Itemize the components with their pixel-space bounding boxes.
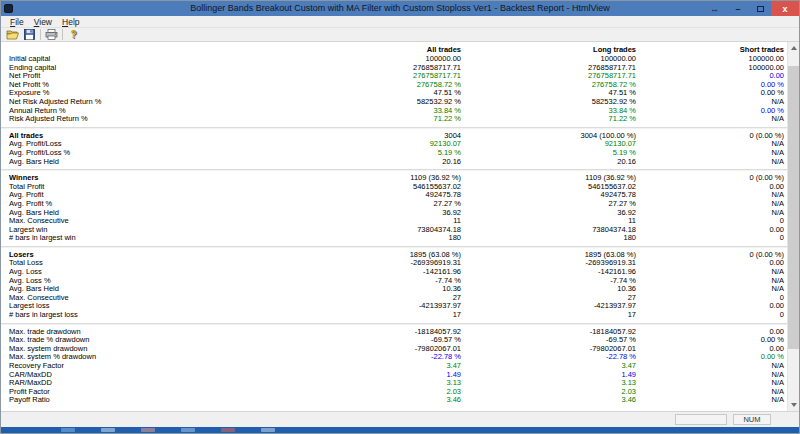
cell-all-trades: 3.46 xyxy=(337,396,461,405)
section-divider xyxy=(1,323,787,325)
cell-long-trades: 1.49 xyxy=(461,371,636,380)
column-header-row: All trades Long trades Short trades xyxy=(1,44,787,55)
scrollbar-thumb[interactable] xyxy=(788,66,799,349)
cell-long-trades: 10.36 xyxy=(461,285,636,294)
row-label: Max. system % drawdown xyxy=(1,353,337,362)
cell-short-trades: 0.00 % xyxy=(636,353,784,362)
cell-short-trades: N/A xyxy=(636,388,784,397)
cell-long-trades: 180 xyxy=(461,234,636,243)
row-label: Net Risk Adjusted Return % xyxy=(1,98,337,107)
row-label: Net Profit % xyxy=(1,81,337,90)
row-label: Avg. Profit/Loss xyxy=(1,140,337,149)
cell-long-trades: 3.46 xyxy=(461,396,636,405)
vertical-scrollbar[interactable] xyxy=(787,42,799,411)
report-row: Avg. Profit %27.27 %27.27 %N/A xyxy=(1,200,787,209)
menu-item-help[interactable]: Help xyxy=(57,16,84,28)
cell-all-trades: -22.78 % xyxy=(337,353,461,362)
column-header-empty xyxy=(1,44,337,55)
cell-short-trades: N/A xyxy=(636,200,784,209)
row-label: Avg. Profit/Loss % xyxy=(1,149,337,158)
title-bar: Bollinger Bands Breakout Custom with MA … xyxy=(1,1,799,16)
row-label: Ending capital xyxy=(1,64,337,73)
cell-all-trades: 3.47 xyxy=(337,362,461,371)
report-row: Net Profit %276758.72 %276758.72 %0.00 % xyxy=(1,81,787,90)
cell-short-trades: N/A xyxy=(636,362,784,371)
cell-all-trades: 36.92 xyxy=(337,209,461,218)
menu-item-file[interactable]: File xyxy=(5,16,29,28)
row-label: RAR/MaxDD xyxy=(1,379,337,388)
cell-short-trades: N/A xyxy=(636,379,784,388)
scroll-up-button[interactable] xyxy=(788,42,799,54)
cell-short-trades: 0.00 xyxy=(636,183,784,192)
cell-all-trades: 1.49 xyxy=(337,371,461,380)
os-taskbar-sliver[interactable] xyxy=(1,427,799,433)
help-button[interactable]: ? xyxy=(65,28,82,41)
row-label: Largest win xyxy=(1,226,337,235)
row-label: Initial capital xyxy=(1,55,337,64)
taskbar-icon xyxy=(141,428,155,432)
cell-short-trades: N/A xyxy=(636,371,784,380)
print-button[interactable] xyxy=(43,28,60,41)
cell-short-trades: 0 (0.00 %) xyxy=(636,174,784,183)
report-row: Avg. Bars Held36.9236.92N/A xyxy=(1,209,787,218)
help-question-icon: ? xyxy=(70,30,76,40)
cell-short-trades: 0 xyxy=(636,294,784,303)
resize-arrows-icon[interactable]: ↔ xyxy=(701,1,727,16)
row-label: Largest loss xyxy=(1,302,337,311)
row-label: # bars in largest loss xyxy=(1,311,337,320)
cell-short-trades: N/A xyxy=(636,158,784,167)
row-label: Avg. Profit xyxy=(1,191,337,200)
cell-short-trades: 0 xyxy=(636,311,784,320)
report-row: Max. Consecutive27270 xyxy=(1,294,787,303)
section-title: All trades xyxy=(1,132,337,141)
cell-short-trades: 0.00 xyxy=(636,226,784,235)
row-label: Avg. Bars Held xyxy=(1,209,337,218)
cell-short-trades: N/A xyxy=(636,140,784,149)
cell-short-trades: N/A xyxy=(636,277,784,286)
report-row: Losers1895 (63.08 %)1895 (63.08 %)0 (0.0… xyxy=(1,251,787,260)
report-row: Profit Factor2.032.03N/A xyxy=(1,388,787,397)
report-row: Ending capital276858717.71276858717.7110… xyxy=(1,64,787,73)
row-label: Payoff Ratio xyxy=(1,396,337,405)
cell-all-trades: -4213937.97 xyxy=(337,302,461,311)
status-pane-empty xyxy=(675,414,727,425)
report-row: Recovery Factor3.473.47N/A xyxy=(1,362,787,371)
taskbar-icon xyxy=(101,428,115,432)
row-label: Max. trade % drawdown xyxy=(1,336,337,345)
scrollbar-track[interactable] xyxy=(788,54,799,399)
window-title: Bollinger Bands Breakout Custom with MA … xyxy=(1,1,799,16)
row-label: CAR/MaxDD xyxy=(1,371,337,380)
close-button[interactable]: x xyxy=(771,1,799,16)
cell-long-trades: -4213937.97 xyxy=(461,302,636,311)
open-button[interactable] xyxy=(4,28,21,41)
row-label: Max. system drawdown xyxy=(1,345,337,354)
toolbar: ? xyxy=(1,28,799,42)
scroll-down-button[interactable] xyxy=(788,399,799,411)
row-label: Net Profit xyxy=(1,72,337,81)
cell-all-trades: 10.36 xyxy=(337,285,461,294)
row-label: Avg. Bars Held xyxy=(1,285,337,294)
report-row: All trades30043004 (100.00 %)0 (0.00 %) xyxy=(1,132,787,141)
report-row: Largest win73804374.1873804374.180.00 xyxy=(1,226,787,235)
section-divider xyxy=(1,246,787,248)
taskbar-icon xyxy=(61,428,75,432)
cell-short-trades: 0 xyxy=(636,234,784,243)
report-table: All trades Long trades Short trades Init… xyxy=(1,42,787,411)
cell-long-trades: 36.92 xyxy=(461,209,636,218)
cell-short-trades: 0.00 % xyxy=(636,89,784,98)
status-pane-num: NUM xyxy=(733,414,771,425)
cell-long-trades: 20.16 xyxy=(461,158,636,167)
cell-short-trades: 0.00 % xyxy=(636,336,784,345)
row-label: Total Loss xyxy=(1,259,337,268)
report-row: Avg. Profit/Loss92130.0792130.07N/A xyxy=(1,140,787,149)
minimize-button[interactable]: – xyxy=(727,1,749,16)
maximize-button[interactable] xyxy=(749,1,771,16)
row-label: Max. trade drawdown xyxy=(1,328,337,337)
cell-all-trades: 3.13 xyxy=(337,379,461,388)
menu-bar: FileViewHelp xyxy=(1,16,799,28)
taskbar-icon xyxy=(261,428,275,432)
row-label: Avg. Profit % xyxy=(1,200,337,209)
menu-item-view[interactable]: View xyxy=(29,16,57,28)
save-button[interactable] xyxy=(21,28,38,41)
cell-long-trades: 2.03 xyxy=(461,388,636,397)
